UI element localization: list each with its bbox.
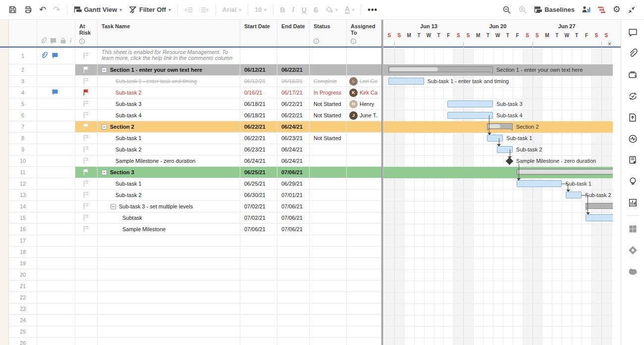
assigned-to-cell[interactable]	[347, 201, 381, 212]
end-date-cell[interactable]	[277, 281, 310, 292]
row-number[interactable]: 5	[9, 99, 37, 110]
info-icon[interactable]: i	[79, 39, 85, 44]
assigned-to-cell[interactable]	[347, 338, 381, 345]
gantt-summary-bar[interactable]	[487, 123, 513, 129]
start-date-cell[interactable]: 06/24/21	[240, 155, 277, 167]
assigned-to-cell[interactable]	[347, 178, 381, 190]
header-status[interactable]: Status i	[310, 20, 347, 47]
start-date-cell[interactable]: 06/18/21	[240, 110, 277, 121]
critical-path-button[interactable]	[594, 4, 609, 16]
at-risk-flag-icon[interactable]	[83, 169, 89, 176]
sidebar-charts-icon[interactable]	[627, 197, 638, 208]
row-number[interactable]: 13	[9, 190, 37, 201]
indicator-comment[interactable]	[52, 89, 58, 97]
print-button[interactable]	[20, 3, 36, 16]
status-cell[interactable]	[310, 246, 347, 258]
row-number[interactable]: 14	[9, 201, 37, 212]
start-date-cell[interactable]: 06/18/21	[240, 99, 277, 110]
start-date-cell[interactable]: 06/25/21	[240, 178, 277, 190]
task-name-cell[interactable]: Sample Milestone	[98, 224, 240, 235]
status-cell[interactable]: Not Started	[310, 99, 347, 110]
at-risk-flag-icon[interactable]	[83, 192, 89, 198]
start-date-cell[interactable]	[240, 338, 277, 345]
at-risk-flag-icon[interactable]	[83, 89, 89, 96]
task-name-cell[interactable]	[98, 303, 240, 315]
gantt-summary-bar[interactable]	[517, 169, 613, 175]
row-number[interactable]: 25	[9, 326, 37, 338]
start-date-cell[interactable]	[240, 315, 277, 326]
header-at-risk[interactable]: At Risk i	[75, 20, 98, 47]
gantt-task-bar[interactable]	[447, 100, 493, 107]
sidebar-whats-new-icon[interactable]	[627, 176, 638, 187]
task-name-cell[interactable]	[98, 246, 240, 258]
task-name-cell[interactable]	[98, 269, 240, 281]
start-date-cell[interactable]	[240, 235, 277, 246]
at-risk-cell[interactable]	[75, 212, 98, 224]
assigned-to-cell[interactable]	[347, 48, 381, 64]
at-risk-cell[interactable]	[75, 303, 98, 315]
status-cell[interactable]	[310, 224, 347, 235]
at-risk-flag-icon[interactable]	[83, 100, 89, 107]
gantt-task-bar[interactable]	[487, 135, 503, 142]
end-date-cell[interactable]: 06/22/21	[277, 110, 310, 121]
at-risk-cell[interactable]	[75, 178, 98, 190]
bold-button[interactable]: B	[276, 4, 288, 16]
status-cell[interactable]	[310, 326, 347, 338]
at-risk-flag-icon[interactable]	[83, 157, 89, 164]
start-date-cell[interactable]: 06/30/21	[240, 190, 277, 201]
header-row-number[interactable]	[9, 20, 37, 47]
status-cell[interactable]	[310, 315, 347, 326]
assigned-to-cell[interactable]: JJune T.	[347, 110, 381, 121]
at-risk-flag-icon[interactable]	[83, 214, 89, 221]
assigned-to-cell[interactable]	[347, 144, 381, 155]
end-date-cell[interactable]	[277, 246, 310, 258]
italic-button[interactable]: I	[288, 4, 298, 16]
indent-button[interactable]	[197, 4, 213, 15]
font-family-selector[interactable]: Arial ▾	[219, 4, 245, 15]
sidebar-attachments-icon[interactable]	[627, 48, 638, 59]
start-date-cell[interactable]	[240, 303, 277, 315]
task-name-cell[interactable]: −Section 3	[98, 167, 240, 178]
start-date-cell[interactable]: 06/12/21	[240, 76, 277, 87]
assigned-to-cell[interactable]	[347, 269, 381, 281]
baselines-button[interactable]: Baselines	[531, 4, 578, 15]
collapse-toolbar-button[interactable]	[624, 4, 639, 16]
header-start-date[interactable]: Start Date	[240, 20, 277, 47]
assigned-to-cell[interactable]	[347, 167, 381, 178]
end-date-cell[interactable]: 06/29/21	[277, 178, 310, 190]
filter-button[interactable]: Filter Off ▾	[125, 4, 174, 15]
row-number[interactable]: 16	[9, 224, 37, 235]
at-risk-flag-icon[interactable]	[83, 52, 89, 59]
row-number[interactable]: 3	[9, 76, 37, 87]
end-date-cell[interactable]: 07/06/21	[277, 167, 310, 178]
end-date-cell[interactable]: 06/22/21	[277, 64, 310, 76]
end-date-cell[interactable]: 06/17/21	[277, 87, 310, 99]
settings-button[interactable]: ⚙	[609, 3, 624, 16]
end-date-cell[interactable]	[277, 303, 310, 315]
underline-button[interactable]: U	[298, 4, 310, 16]
comment-icon[interactable]	[52, 52, 58, 59]
sidebar-apps-grid-icon[interactable]	[627, 223, 638, 234]
task-name-cell[interactable]: Sample Milestone - zero duration	[98, 155, 240, 167]
status-cell[interactable]	[310, 167, 347, 178]
end-date-cell[interactable]	[277, 292, 310, 303]
task-name-cell[interactable]: Subtask	[98, 212, 240, 224]
sidebar-summary-icon[interactable]	[627, 154, 638, 165]
status-cell[interactable]	[310, 155, 347, 167]
sidebar-conversations-icon[interactable]	[627, 27, 638, 38]
assigned-to-cell[interactable]	[347, 246, 381, 258]
at-risk-flag-icon[interactable]	[83, 66, 89, 73]
paperclip-icon[interactable]	[41, 52, 48, 59]
at-risk-flag-icon[interactable]	[83, 78, 89, 85]
sidebar-publish-icon[interactable]	[627, 112, 638, 123]
at-risk-cell[interactable]	[75, 76, 98, 87]
status-cell[interactable]	[310, 121, 347, 133]
end-date-cell[interactable]	[277, 258, 310, 269]
assigned-to-cell[interactable]	[347, 303, 381, 315]
status-cell[interactable]	[310, 338, 347, 345]
task-name-cell[interactable]	[98, 258, 240, 269]
end-date-cell[interactable]: 06/24/21	[277, 144, 310, 155]
task-name-cell[interactable]: −Section 1 - enter your own text here	[98, 64, 240, 76]
end-date-cell[interactable]: 06/22/21	[277, 99, 310, 110]
end-date-cell[interactable]	[277, 235, 310, 246]
